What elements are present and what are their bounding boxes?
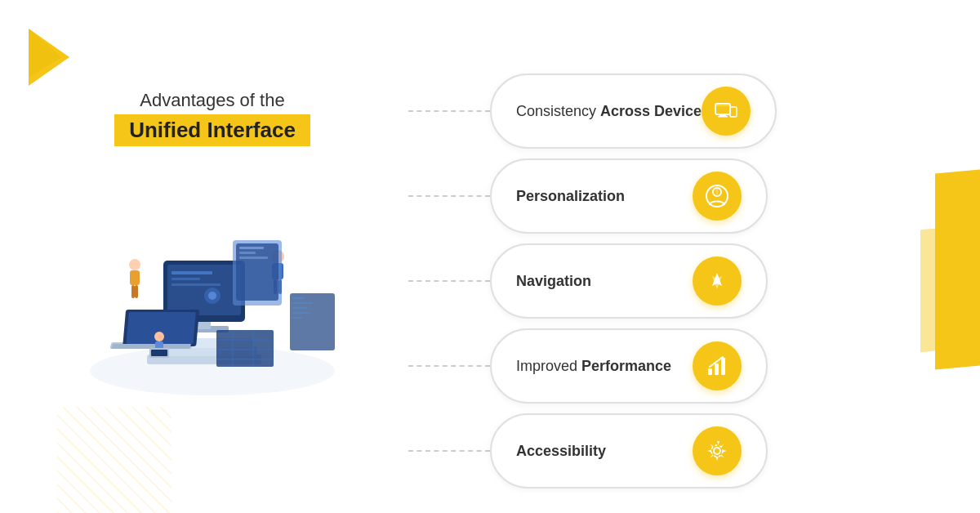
feature-item-performance: Improved Performance: [408, 328, 915, 404]
feature-item-personalization: Personalization: [408, 158, 915, 234]
feature-label-consistency: Consistency Across Devices: [516, 103, 710, 120]
feature-label-personalization: Personalization: [516, 188, 701, 205]
svg-rect-26: [135, 285, 138, 298]
accessibility-icon-circle: [693, 426, 742, 475]
svg-rect-38: [292, 302, 313, 304]
svg-rect-36: [290, 293, 335, 350]
svg-point-27: [154, 332, 164, 341]
svg-rect-12: [172, 283, 220, 286]
svg-rect-52: [730, 107, 737, 117]
feature-line-performance: [408, 365, 490, 367]
svg-rect-35: [239, 256, 268, 259]
svg-rect-34: [239, 252, 256, 254]
svg-rect-10: [172, 271, 212, 274]
navigation-icon-circle: [693, 256, 742, 306]
title-container: Advantages of the Unified Interface: [114, 90, 310, 146]
person-icon: [705, 184, 729, 208]
feature-pill-performance: Improved Performance: [490, 328, 768, 404]
svg-rect-11: [172, 278, 200, 280]
svg-rect-50: [719, 114, 726, 116]
svg-rect-25: [131, 285, 135, 298]
personalization-icon-circle: [693, 172, 742, 221]
right-section: Consistency Across Devices Personalizati…: [408, 25, 915, 513]
svg-rect-37: [292, 297, 305, 299]
svg-point-62: [714, 448, 720, 454]
subtitle: Advantages of the: [114, 90, 310, 111]
svg-rect-58: [708, 368, 712, 375]
feature-item-accessibility: Accessibility: [408, 413, 915, 488]
chart-icon: [705, 354, 729, 378]
svg-rect-53: [733, 116, 734, 117]
main-title: Unified Interface: [114, 114, 310, 146]
performance-icon-circle: [693, 341, 742, 390]
feature-label-accessibility: Accessibility: [516, 443, 701, 460]
logo-icon: [24, 25, 74, 90]
svg-rect-40: [292, 312, 310, 314]
svg-rect-24: [130, 270, 140, 285]
consistency-icon-circle: [702, 87, 751, 136]
svg-rect-51: [718, 116, 728, 118]
svg-rect-42: [216, 330, 274, 367]
svg-rect-33: [239, 247, 264, 249]
feature-pill-accessibility: Accessibility: [490, 413, 768, 488]
svg-rect-60: [721, 359, 725, 375]
bg-rect-right-secondary: [920, 228, 943, 352]
compass-icon: [706, 270, 728, 292]
feature-item-consistency: Consistency Across Devices: [408, 74, 915, 149]
svg-rect-48: [715, 104, 730, 114]
feature-item-navigation: Navigation: [408, 243, 915, 319]
svg-rect-30: [151, 350, 167, 356]
devices-icon: [714, 99, 738, 123]
feature-label-performance: Improved Performance: [516, 358, 701, 375]
svg-rect-39: [292, 307, 307, 309]
feature-line-accessibility: [408, 450, 490, 452]
svg-point-14: [208, 292, 216, 300]
feature-line-consistency: [408, 110, 490, 112]
svg-rect-59: [715, 364, 719, 375]
isometric-illustration: [74, 171, 351, 416]
svg-point-23: [129, 259, 140, 270]
svg-rect-49: [715, 105, 730, 106]
logo-container: [24, 25, 74, 93]
feature-pill-navigation: Navigation: [490, 243, 768, 319]
feature-line-personalization: [408, 195, 490, 197]
svg-rect-41: [292, 317, 302, 319]
illustration-container: [74, 171, 351, 416]
feature-pill-personalization: Personalization: [490, 158, 768, 234]
feature-pill-consistency: Consistency Across Devices: [490, 74, 777, 149]
settings-icon: [705, 439, 729, 463]
feature-label-navigation: Navigation: [516, 273, 701, 290]
feature-line-navigation: [408, 280, 490, 282]
